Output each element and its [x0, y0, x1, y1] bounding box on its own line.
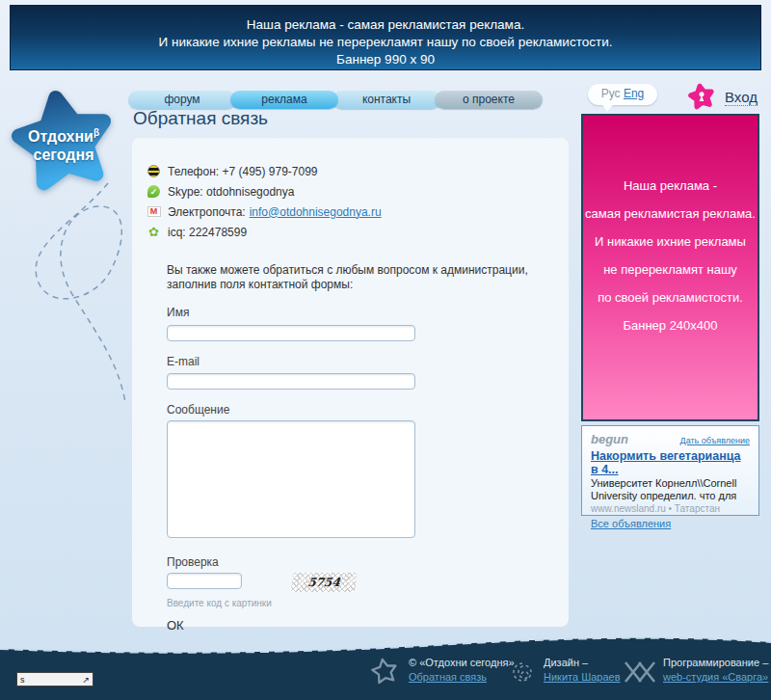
contact-icq-text: icq: 222478599: [168, 226, 247, 239]
message-textarea[interactable]: [167, 420, 415, 538]
top-ad-line2: И никакие ихние рекламы не перерекламят …: [11, 34, 760, 51]
skype-icon: ✓: [146, 184, 161, 199]
captcha-hint: Введите код с картинки: [167, 598, 569, 608]
name-input[interactable]: [167, 325, 415, 341]
begun-all-link[interactable]: Все объявления: [591, 518, 671, 529]
contact-skype-text: Skype: otdohnisegodnya: [168, 185, 294, 199]
captcha-input[interactable]: [167, 573, 242, 589]
top-ad-line3: Баннер 990 x 90: [11, 51, 760, 68]
begun-add-link[interactable]: Дать объявление: [680, 436, 750, 445]
begun-logo: begun: [591, 432, 628, 446]
form-intro-text: Вы также можете обратиться с любым вопро…: [167, 263, 552, 292]
tab-forum[interactable]: форум: [128, 91, 236, 109]
page-title: Обратная связь: [133, 108, 268, 129]
footer-feedback-link[interactable]: Обратная связь: [409, 671, 487, 683]
counter-arrow-icon: ↗: [82, 675, 90, 685]
footer-star-icon: [366, 653, 403, 689]
counter-label: s: [20, 675, 25, 685]
contact-icq-row: ✿ icq: 222478599: [146, 222, 569, 242]
icq-icon: ✿: [146, 225, 161, 239]
page: { "banner_top": { "line1": "Наша реклама…: [0, 0, 771, 700]
footer-copyright-block: © «Отдохни сегодня» Обратная связь: [409, 656, 515, 685]
begun-ad-block: begun Дать объявление Накормить вегетари…: [581, 425, 759, 516]
side-ad-line: Наша реклама -: [583, 172, 758, 200]
begun-ad-source: www.newsland.ru • Татарстан: [591, 503, 750, 514]
email-input[interactable]: [167, 373, 415, 390]
side-ad-line: Баннер 240x400: [583, 311, 758, 339]
contact-email-row: M Электропочта: info@otdohnisegodnya.ru: [146, 202, 569, 222]
submit-button[interactable]: ОК: [167, 618, 184, 633]
contact-phone-text: Телефон: +7 (495) 979-7099: [168, 165, 318, 178]
feedback-form: Имя E-mail Сообщение Проверка 5754 Введи…: [167, 306, 569, 633]
email-label: E-mail: [167, 355, 569, 368]
content-panel: Телефон: +7 (495) 979-7099 ✓ Skype: otdo…: [132, 138, 569, 627]
beeline-icon: [146, 164, 161, 178]
side-ad-line: самая рекламистая реклама.: [583, 200, 758, 228]
top-ad-line1: Наша реклама - самая рекламистая реклама…: [11, 16, 760, 34]
footer-design-block: Дизайн – Никита Шараев: [544, 656, 621, 685]
contact-phone-row: Телефон: +7 (495) 979-7099: [146, 161, 569, 181]
footer-dev-label: Программирование –: [663, 656, 768, 670]
login-star-icon[interactable]: [686, 81, 717, 112]
contact-skype-row: ✓ Skype: otdohnisegodnya: [146, 181, 569, 202]
tab-o-proekte[interactable]: о проекте: [435, 91, 543, 109]
logo-text: Отдохниβ сегодня: [2, 123, 125, 164]
main-nav: форум реклама контакты о проекте: [128, 91, 543, 109]
contacts-list: Телефон: +7 (495) 979-7099 ✓ Skype: otdo…: [146, 161, 569, 242]
tab-kontakty[interactable]: контакты: [332, 91, 440, 109]
footer-spiral-icon: [508, 658, 537, 687]
dashed-loop-decoration: [12, 175, 146, 407]
tab-reklama[interactable]: реклама: [230, 91, 338, 109]
side-ad-line: И никакие ихние рекламы: [583, 228, 758, 256]
footer-design-label: Дизайн –: [544, 656, 621, 670]
side-ad-line: по своей рекламистости.: [583, 283, 758, 311]
logo-beta-badge: β: [93, 127, 99, 138]
name-label: Имя: [167, 306, 569, 319]
begun-ad-text: Университет Корнелл\\Cornell University …: [591, 477, 750, 502]
contact-email-link[interactable]: info@otdohnisegodnya.ru: [250, 205, 382, 219]
message-label: Сообщение: [167, 403, 569, 417]
lang-eng-link[interactable]: Eng: [624, 87, 644, 100]
login-link[interactable]: Вход: [725, 89, 758, 106]
footer-double-x-icon: [623, 660, 657, 684]
visit-counter-widget[interactable]: s ↗: [16, 672, 93, 687]
side-ad-line: не перерекламят нашу: [583, 256, 758, 283]
top-ad-banner[interactable]: Наша реклама - самая рекламистая реклама…: [10, 5, 761, 70]
side-ad-banner[interactable]: Наша реклама - самая рекламистая реклама…: [581, 114, 759, 421]
mail-icon: M: [146, 204, 161, 219]
footer-dev-block: Программирование – web-студия «Сварга»: [663, 656, 768, 685]
captcha-label: Проверка: [167, 555, 569, 569]
footer-dev-link[interactable]: web-студия «Сварга»: [663, 671, 768, 683]
begun-ad-title-link[interactable]: Накормить вегетарианца в 4...: [591, 449, 750, 476]
site-logo[interactable]: Отдохниβ сегодня: [2, 79, 125, 199]
captcha-image: 5754: [291, 573, 357, 592]
lang-current: Рус: [601, 87, 621, 100]
contact-email-label: Электропочта:: [168, 205, 246, 219]
language-switcher: Рус Eng: [588, 84, 657, 105]
footer-copyright: © «Отдохни сегодня»: [409, 656, 515, 670]
footer-design-link[interactable]: Никита Шараев: [544, 671, 621, 683]
